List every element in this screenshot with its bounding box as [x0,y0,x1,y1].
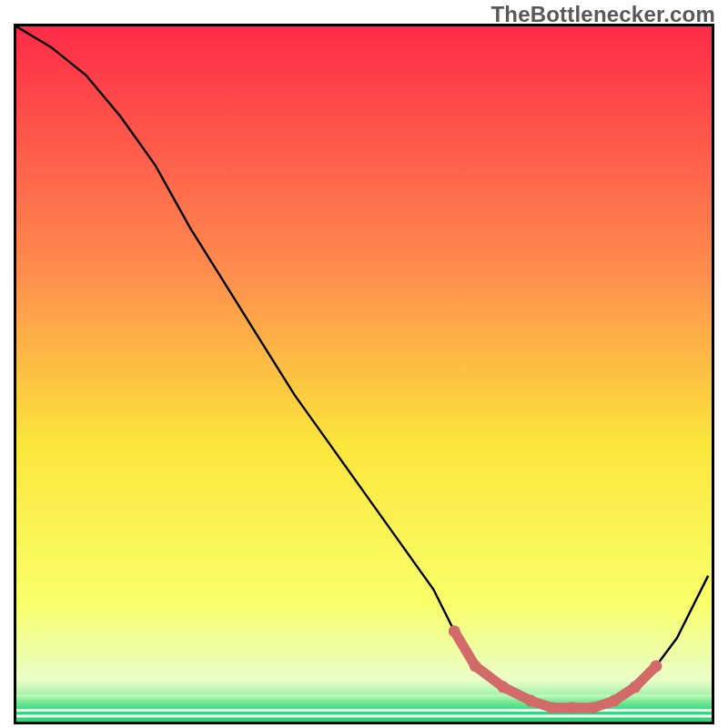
curve-marker [567,702,579,713]
curve-marker [650,660,662,672]
chart-container: TheBottlenecker.com [0,0,728,728]
curve-marker [588,702,600,713]
curve-marker [497,681,509,693]
svg-rect-8 [16,718,712,721]
svg-rect-7 [16,714,712,717]
plot-frame [14,24,714,724]
watermark-text: TheBottlenecker.com [490,2,715,27]
curve-marker [546,702,558,713]
svg-rect-0 [16,694,712,697]
curve-marker [449,625,460,637]
svg-rect-6 [16,712,712,714]
curve-marker [470,660,481,672]
curve-marker [609,695,621,707]
chart-svg [16,26,712,722]
svg-rect-5 [16,709,712,712]
curve-marker [630,681,642,693]
gradient-background [16,26,712,722]
curve-marker [525,695,537,707]
